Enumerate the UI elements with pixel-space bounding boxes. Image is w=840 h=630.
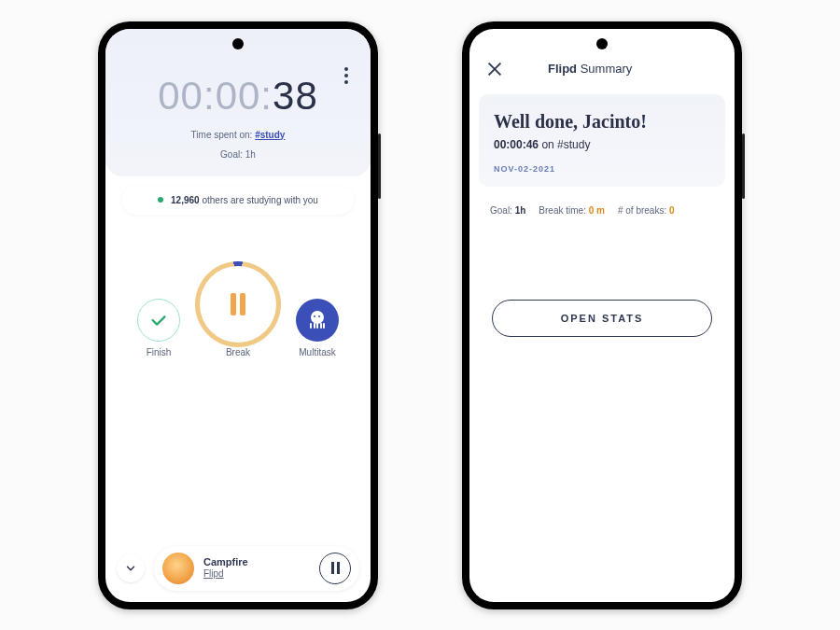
multitask-label: Multitask bbox=[299, 347, 335, 357]
break-count-stat: # of breaks: 0 bbox=[618, 205, 675, 216]
check-icon bbox=[148, 310, 169, 330]
goal-label: Goal: bbox=[490, 205, 512, 216]
track-artist[interactable]: Flipd bbox=[203, 568, 310, 580]
finish-label: Finish bbox=[147, 347, 172, 357]
break-time-value: 0 m bbox=[589, 205, 605, 216]
goal-caption: Goal: 1h bbox=[122, 149, 354, 160]
timer-hours-minutes: 00:00: bbox=[158, 74, 273, 118]
camera-hole bbox=[596, 38, 608, 49]
timer-display: 00:00:38 bbox=[122, 74, 354, 119]
duration-value: 00:00:46 bbox=[494, 138, 539, 151]
goal-value: 1h bbox=[515, 205, 526, 216]
tag-link[interactable]: #study bbox=[255, 130, 285, 140]
studying-pill[interactable]: 12,960 others are studying with you bbox=[122, 186, 354, 215]
break-count-label: # of breaks: bbox=[618, 205, 666, 216]
app-title: Flipd Summary bbox=[548, 62, 632, 76]
phone-right: Flipd Summary Well done, Jacinto! 00:00:… bbox=[462, 21, 742, 609]
track-title: Campfire bbox=[203, 556, 310, 568]
chevron-down-icon bbox=[124, 562, 137, 575]
player-pause-button[interactable] bbox=[319, 553, 351, 584]
congrats-heading: Well done, Jacinto! bbox=[494, 111, 710, 133]
audio-player: Campfire Flipd bbox=[117, 546, 359, 591]
track-cover-icon bbox=[162, 553, 194, 584]
finish-control: Finish bbox=[137, 299, 180, 357]
timer-seconds: 38 bbox=[273, 74, 318, 118]
multitask-control: Multitask bbox=[296, 299, 339, 357]
kebab-menu-icon[interactable] bbox=[337, 64, 356, 87]
screen-timer: 00:00:38 Time spent on: #study Goal: 1h … bbox=[105, 29, 371, 602]
camera-hole bbox=[232, 38, 244, 49]
pause-bar-icon bbox=[337, 562, 340, 574]
app-title-rest: Summary bbox=[577, 62, 632, 76]
break-label: Break bbox=[226, 347, 250, 357]
online-dot-icon bbox=[158, 197, 163, 203]
summary-date: NOV-02-2021 bbox=[494, 164, 710, 174]
studying-suffix: others are studying with you bbox=[200, 195, 318, 205]
track-info: Campfire Flipd bbox=[203, 556, 310, 580]
studying-count: 12,960 bbox=[171, 195, 200, 205]
phone-left: 00:00:38 Time spent on: #study Goal: 1h … bbox=[98, 21, 378, 609]
octopus-icon bbox=[307, 310, 328, 330]
player-card[interactable]: Campfire Flipd bbox=[154, 546, 359, 591]
break-control: Break bbox=[201, 267, 275, 357]
close-icon[interactable] bbox=[486, 61, 503, 77]
break-time-stat: Break time: 0 m bbox=[539, 205, 605, 216]
studying-text: 12,960 others are studying with you bbox=[171, 195, 318, 205]
collapse-button[interactable] bbox=[117, 554, 145, 582]
break-count-value: 0 bbox=[669, 205, 675, 216]
session-controls: Finish Break Multitask bbox=[105, 267, 371, 357]
summary-card: Well done, Jacinto! 00:00:46 on #study N… bbox=[479, 94, 725, 187]
time-spent-caption: Time spent on: #study bbox=[122, 130, 354, 140]
timer-header: 00:00:38 Time spent on: #study Goal: 1h bbox=[105, 29, 371, 176]
break-button[interactable] bbox=[201, 267, 275, 342]
app-title-bold: Flipd bbox=[548, 62, 577, 76]
pause-bar-icon bbox=[331, 562, 334, 574]
duration-line: 00:00:46 on #study bbox=[494, 138, 710, 151]
duration-suffix: on #study bbox=[539, 138, 590, 151]
time-spent-prefix: Time spent on: bbox=[191, 130, 256, 140]
pause-icon bbox=[231, 293, 245, 315]
multitask-button[interactable] bbox=[296, 299, 339, 342]
open-stats-button[interactable]: OPEN STATS bbox=[492, 300, 712, 337]
screen-summary: Flipd Summary Well done, Jacinto! 00:00:… bbox=[469, 29, 735, 602]
break-time-label: Break time: bbox=[539, 205, 586, 216]
finish-button[interactable] bbox=[137, 299, 180, 342]
summary-stats-row: Goal: 1h Break time: 0 m # of breaks: 0 bbox=[490, 205, 714, 216]
goal-stat: Goal: 1h bbox=[490, 205, 525, 216]
